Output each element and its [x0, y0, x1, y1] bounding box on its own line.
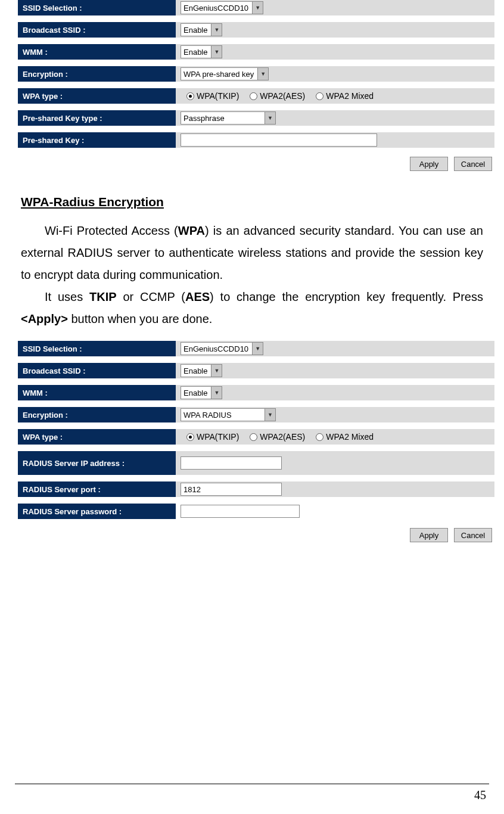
ssid-dropdown[interactable]: EnGeniusCCDD10 ▼	[181, 1, 263, 14]
page-number: 45	[474, 788, 486, 802]
cancel-button[interactable]: Cancel	[454, 528, 492, 542]
ssid-value: EnGeniusCCDD10	[181, 4, 252, 13]
radio-icon	[250, 433, 257, 441]
label-broadcast: Broadcast SSID :	[18, 363, 176, 378]
label-radius-ip: RADIUS Server IP address :	[18, 451, 176, 475]
row-radius-pw: RADIUS Server password :	[18, 504, 494, 519]
radio-wpa-tkip[interactable]: WPA(TKIP)	[186, 91, 239, 101]
control-wmm: Enable ▼	[176, 385, 494, 400]
label-encryption: Encryption :	[18, 66, 176, 82]
wmm-dropdown[interactable]: Enable ▼	[181, 386, 222, 399]
row-wpa-type: WPA type : WPA(TKIP) WPA2(AES) WPA2 Mixe…	[18, 88, 494, 104]
wpa-type-radio-group: WPA(TKIP) WPA2(AES) WPA2 Mixed	[181, 432, 374, 442]
row-wmm: WMM : Enable ▼	[18, 385, 494, 400]
chevron-down-icon: ▼	[257, 68, 268, 80]
wmm-dropdown[interactable]: Enable ▼	[181, 45, 222, 58]
label-psk: Pre-shared Key :	[18, 132, 176, 148]
label-psk-type: Pre-shared Key type :	[18, 110, 176, 126]
label-wmm: WMM :	[18, 44, 176, 60]
radio-label: WPA2 Mixed	[326, 432, 374, 442]
label-radius-pw: RADIUS Server password :	[18, 504, 176, 519]
control-ssid: EnGeniusCCDD10 ▼	[176, 0, 494, 15]
control-wpa-type: WPA(TKIP) WPA2(AES) WPA2 Mixed	[176, 429, 494, 445]
control-wpa-type: WPA(TKIP) WPA2(AES) WPA2 Mixed	[176, 88, 494, 104]
chevron-down-icon: ▼	[265, 112, 275, 124]
control-encryption: WPA pre-shared key ▼	[176, 66, 494, 82]
label-wpa-type: WPA type :	[18, 429, 176, 445]
radius-ip-input[interactable]	[181, 456, 282, 470]
config-panel-psk: SSID Selection : EnGeniusCCDD10 ▼ Broadc…	[18, 0, 494, 171]
body-text: It uses	[45, 290, 89, 303]
control-wmm: Enable ▼	[176, 44, 494, 60]
chevron-down-icon: ▼	[211, 24, 222, 36]
radio-wpa2-mixed[interactable]: WPA2 Mixed	[316, 91, 374, 101]
row-radius-port: RADIUS Server port :	[18, 481, 494, 497]
body-bold: <Apply>	[21, 312, 68, 325]
row-wmm: WMM : Enable ▼	[18, 44, 494, 60]
row-psk-type: Pre-shared Key type : Passphrase ▼	[18, 110, 494, 126]
control-ssid: EnGeniusCCDD10 ▼	[176, 341, 494, 356]
radio-label: WPA(TKIP)	[197, 432, 239, 442]
label-radius-port: RADIUS Server port :	[18, 481, 176, 497]
radius-password-input[interactable]	[181, 505, 300, 518]
footer-divider	[15, 784, 489, 784]
control-broadcast: Enable ▼	[176, 363, 494, 378]
chevron-down-icon: ▼	[265, 409, 275, 421]
row-broadcast: Broadcast SSID : Enable ▼	[18, 22, 494, 38]
control-psk	[176, 132, 494, 148]
radio-label: WPA(TKIP)	[197, 91, 239, 101]
control-radius-pw	[176, 504, 494, 519]
wmm-value: Enable	[181, 389, 211, 397]
radio-wpa-tkip[interactable]: WPA(TKIP)	[186, 432, 239, 442]
chevron-down-icon: ▼	[252, 2, 263, 14]
chevron-down-icon: ▼	[252, 343, 263, 355]
wpa-type-radio-group: WPA(TKIP) WPA2(AES) WPA2 Mixed	[181, 91, 374, 101]
paragraph-2: It uses TKIP or CCMP (AES) to change the…	[21, 286, 483, 330]
radius-port-input[interactable]	[181, 483, 282, 496]
psk-input[interactable]	[181, 133, 377, 147]
body-bold: TKIP	[89, 290, 117, 303]
control-broadcast: Enable ▼	[176, 22, 494, 38]
radio-icon	[186, 433, 194, 441]
radio-label: WPA2(AES)	[260, 432, 305, 442]
label-wmm: WMM :	[18, 385, 176, 400]
radio-wpa2-aes[interactable]: WPA2(AES)	[250, 432, 305, 442]
body-text: or CCMP (	[117, 290, 185, 303]
ssid-dropdown[interactable]: EnGeniusCCDD10 ▼	[181, 342, 263, 355]
radio-wpa2-mixed[interactable]: WPA2 Mixed	[316, 432, 374, 442]
broadcast-dropdown[interactable]: Enable ▼	[181, 23, 222, 36]
cancel-button[interactable]: Cancel	[454, 157, 492, 171]
encryption-value: WPA RADIUS	[181, 411, 235, 420]
row-broadcast: Broadcast SSID : Enable ▼	[18, 363, 494, 378]
label-ssid: SSID Selection :	[18, 341, 176, 356]
label-broadcast: Broadcast SSID :	[18, 22, 176, 38]
encryption-dropdown[interactable]: WPA pre-shared key ▼	[181, 67, 269, 80]
control-psk-type: Passphrase ▼	[176, 110, 494, 126]
psk-type-dropdown[interactable]: Passphrase ▼	[181, 111, 276, 125]
control-radius-port	[176, 481, 494, 497]
chevron-down-icon: ▼	[211, 365, 222, 377]
body-text: Wi-Fi Protected Access (	[45, 224, 178, 237]
control-radius-ip	[176, 451, 494, 475]
broadcast-value: Enable	[181, 366, 211, 375]
broadcast-value: Enable	[181, 26, 211, 35]
apply-button[interactable]: Apply	[410, 157, 448, 171]
row-psk: Pre-shared Key :	[18, 132, 494, 148]
body-text: button when you are done.	[68, 312, 212, 325]
radio-wpa2-aes[interactable]: WPA2(AES)	[250, 91, 305, 101]
body-bold: AES	[185, 290, 210, 303]
apply-button[interactable]: Apply	[410, 528, 448, 542]
encryption-dropdown[interactable]: WPA RADIUS ▼	[181, 408, 276, 421]
paragraph-1: Wi-Fi Protected Access (WPA) is an advan…	[21, 220, 483, 286]
radio-icon	[186, 92, 194, 100]
radio-icon	[316, 92, 323, 100]
psk-type-value: Passphrase	[181, 114, 228, 123]
row-encryption: Encryption : WPA RADIUS ▼	[18, 407, 494, 422]
broadcast-dropdown[interactable]: Enable ▼	[181, 364, 222, 377]
button-row: Apply Cancel	[18, 154, 494, 171]
body-bold: WPA	[178, 224, 205, 237]
encryption-value: WPA pre-shared key	[181, 70, 257, 79]
row-ssid: SSID Selection : EnGeniusCCDD10 ▼	[18, 341, 494, 356]
label-wpa-type: WPA type :	[18, 88, 176, 104]
row-radius-ip: RADIUS Server IP address :	[18, 451, 494, 475]
